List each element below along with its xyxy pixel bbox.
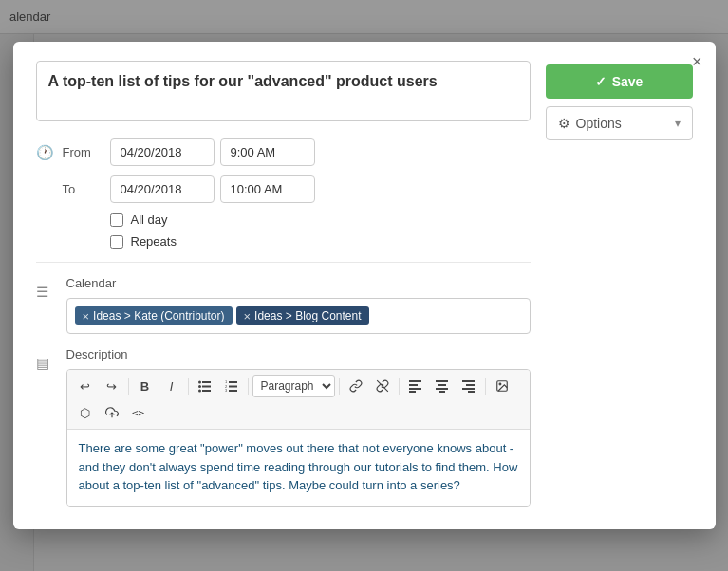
code-button[interactable]: <> — [126, 400, 151, 425]
svg-point-5 — [198, 389, 201, 392]
save-button[interactable]: ✓ Save — [546, 64, 693, 99]
svg-rect-21 — [462, 380, 475, 382]
link-button[interactable] — [344, 374, 368, 398]
calendar-section-label: Calendar — [66, 276, 531, 290]
editor-toolbar: ↩ ↪ B I 123 — [67, 370, 530, 430]
editor-container: ↩ ↪ B I 123 — [66, 369, 531, 507]
svg-rect-14 — [409, 384, 418, 386]
repeats-row: Repeats — [36, 234, 531, 249]
description-icon: ▤ — [36, 355, 55, 372]
form-section: 🕐 From To All day — [36, 138, 531, 249]
divider-1 — [36, 262, 531, 263]
gear-icon: ⚙ — [558, 116, 570, 131]
toolbar-divider-2 — [188, 378, 189, 395]
description-content: Description ↩ ↪ B I — [66, 347, 531, 507]
italic-button[interactable]: I — [159, 374, 184, 398]
all-day-checkbox[interactable] — [110, 213, 123, 227]
options-button[interactable]: ⚙ Options ▾ — [546, 106, 693, 140]
tag-2[interactable]: × Ideas > Blog Content — [236, 306, 369, 325]
svg-rect-2 — [202, 390, 211, 392]
calendar-section: ☰ Calendar × Ideas > Kate (Contributor) … — [36, 276, 531, 334]
svg-point-26 — [499, 383, 501, 385]
to-row: To — [36, 175, 531, 203]
all-day-row: All day — [36, 212, 531, 227]
all-day-label: All day — [131, 212, 168, 227]
tag-1[interactable]: × Ideas > Kate (Contributor) — [75, 306, 233, 325]
svg-rect-22 — [466, 384, 475, 386]
clock-icon: 🕐 — [36, 144, 63, 161]
modal-overlay: × A top-ten list of tips for our "advanc… — [0, 0, 728, 571]
to-label: To — [63, 182, 110, 196]
unlink-button[interactable] — [370, 374, 395, 398]
unordered-list-button[interactable] — [193, 374, 217, 398]
calendar-content: Calendar × Ideas > Kate (Contributor) × … — [66, 276, 531, 334]
svg-rect-20 — [439, 391, 445, 393]
to-time-input[interactable] — [220, 175, 315, 203]
description-label: Description — [66, 347, 531, 361]
from-row: 🕐 From — [36, 138, 531, 166]
toolbar-divider-6 — [485, 378, 486, 395]
from-time-input[interactable] — [220, 138, 315, 166]
svg-rect-16 — [409, 391, 416, 393]
close-button[interactable]: × — [692, 53, 702, 70]
toolbar-divider-3 — [248, 378, 249, 395]
calendar-tags-container[interactable]: × Ideas > Kate (Contributor) × Ideas > B… — [66, 298, 531, 334]
upload-button[interactable] — [100, 400, 124, 425]
tag-1-label: Ideas > Kate (Contributor) — [93, 309, 224, 322]
image-button[interactable] — [490, 374, 514, 398]
modal-layout: A top-ten list of tips for our "advanced… — [36, 61, 693, 507]
to-date-input[interactable] — [110, 175, 215, 203]
repeats-checkbox[interactable] — [110, 235, 123, 249]
event-title[interactable]: A top-ten list of tips for our "advanced… — [36, 61, 531, 121]
widget-button[interactable]: ⬡ — [73, 400, 98, 425]
from-date-input[interactable] — [110, 138, 215, 166]
options-label: Options — [576, 116, 622, 131]
save-label: Save — [612, 74, 644, 89]
svg-point-3 — [198, 380, 201, 383]
align-right-button[interactable] — [457, 374, 481, 398]
modal-right-column: ✓ Save ⚙ Options ▾ — [546, 61, 693, 507]
undo-button[interactable]: ↩ — [73, 374, 98, 398]
svg-rect-8 — [229, 390, 237, 392]
modal-dialog: × A top-ten list of tips for our "advanc… — [13, 42, 716, 529]
svg-rect-1 — [202, 385, 211, 387]
svg-rect-15 — [409, 388, 421, 390]
svg-rect-19 — [436, 388, 448, 390]
align-left-button[interactable] — [403, 374, 428, 398]
toolbar-divider-5 — [399, 378, 400, 395]
svg-point-4 — [198, 385, 201, 388]
svg-rect-23 — [462, 388, 475, 390]
svg-rect-13 — [409, 380, 421, 382]
svg-rect-7 — [229, 385, 237, 387]
tag-1-remove[interactable]: × — [83, 310, 90, 322]
svg-rect-18 — [438, 384, 446, 386]
tag-2-label: Ideas > Blog Content — [254, 309, 361, 322]
calendar-icon: ☰ — [36, 284, 55, 301]
bold-button[interactable]: B — [133, 374, 158, 398]
modal-left-column: A top-ten list of tips for our "advanced… — [36, 61, 531, 507]
tag-2-remove[interactable]: × — [244, 310, 252, 322]
paragraph-select[interactable]: Paragraph — [252, 375, 335, 397]
svg-rect-24 — [468, 391, 475, 393]
ordered-list-button[interactable]: 123 — [219, 374, 244, 398]
svg-rect-17 — [436, 380, 448, 382]
toolbar-divider-1 — [128, 378, 129, 395]
editor-body[interactable]: There are some great "power" moves out t… — [67, 430, 530, 506]
from-label: From — [63, 145, 110, 159]
toolbar-divider-4 — [339, 378, 340, 395]
repeats-label: Repeats — [131, 234, 177, 249]
redo-button[interactable]: ↪ — [100, 374, 124, 398]
svg-rect-6 — [229, 381, 237, 383]
checkmark-icon: ✓ — [595, 74, 607, 89]
description-section: ▤ Description ↩ ↪ B I — [36, 347, 531, 507]
align-center-button[interactable] — [430, 374, 455, 398]
chevron-down-icon: ▾ — [675, 117, 681, 130]
svg-rect-0 — [202, 381, 211, 383]
svg-text:3: 3 — [225, 388, 228, 393]
